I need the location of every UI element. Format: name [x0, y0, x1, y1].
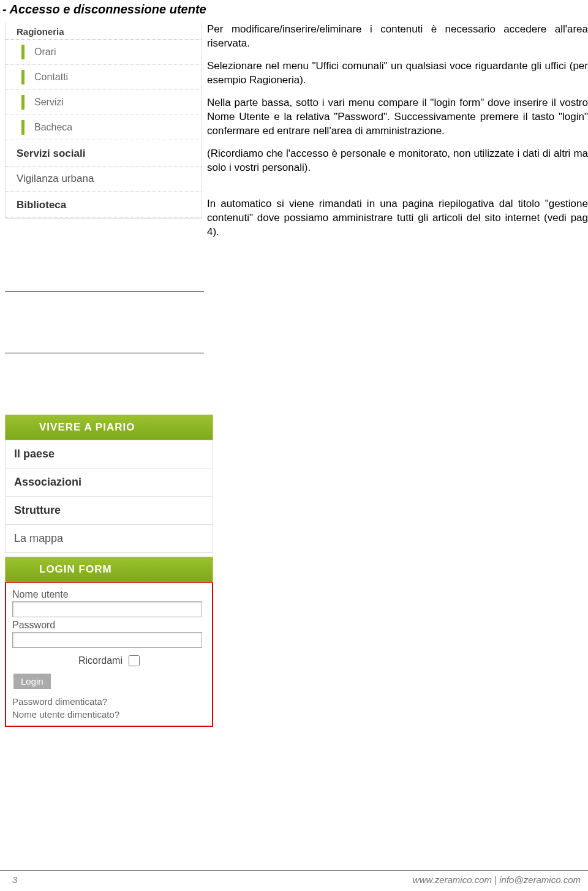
login-header: LOGIN FORM: [5, 557, 213, 582]
menu1-section-biblioteca[interactable]: Biblioteca: [6, 192, 202, 218]
menu2-item-paese[interactable]: Il paese: [5, 440, 213, 468]
remember-row: Ricordami: [12, 655, 206, 666]
login-button[interactable]: Login: [13, 674, 51, 689]
menu1-sub-label: Bacheca: [34, 122, 72, 133]
top-section: Ragioneria Orari Contatti Servizi Bachec…: [0, 23, 588, 248]
paragraph: (Ricordiamo che l'accesso è personale e …: [207, 147, 588, 175]
password-input[interactable]: [12, 632, 202, 648]
login-form: Nome utente Password Ricordami Login Pas…: [5, 582, 213, 727]
menu1-screenshot: Ragioneria Orari Contatti Servizi Bachec…: [0, 23, 202, 219]
remember-checkbox[interactable]: [129, 655, 140, 666]
menu1-sub-servizi[interactable]: Servizi: [6, 90, 202, 115]
paragraph: Selezionare nel menu "Uffici comunali" u…: [207, 59, 588, 88]
menu1-sub-label: Orari: [34, 47, 56, 58]
username-input[interactable]: [12, 601, 202, 617]
remember-label: Ricordami: [78, 655, 123, 666]
accent-bar-icon: [21, 95, 24, 110]
page-number: 3: [12, 874, 17, 885]
menu1-sub-bacheca[interactable]: Bacheca: [6, 115, 202, 140]
footer-right: www.zeramico.com | info@zeramico.com: [413, 874, 581, 885]
forgot-username-link[interactable]: Nome utente dimenticato?: [12, 708, 206, 721]
hr-icon: [5, 291, 204, 291]
menu2-item-mappa[interactable]: La mappa: [5, 525, 213, 553]
menu1-section-servizi-sociali[interactable]: Servizi sociali: [6, 140, 202, 167]
menu2-screenshot: VIVERE A PIARIO Il paese Associazioni St…: [5, 415, 213, 727]
accent-bar-icon: [21, 120, 24, 135]
page-footer: 3 www.zeramico.com | info@zeramico.com: [0, 870, 588, 885]
username-label: Nome utente: [12, 589, 206, 600]
instruction-text: Per modificare/inserire/eliminare i cont…: [202, 23, 588, 248]
menu1-sub-label: Contatti: [34, 72, 68, 83]
paragraph: In automatico si viene rimandati in una …: [207, 197, 588, 239]
menu2-item-strutture[interactable]: Strutture: [5, 497, 213, 525]
page-title: - Accesso e disconnessione utente: [0, 0, 588, 23]
menu2-item-associazioni[interactable]: Associazioni: [5, 468, 213, 497]
password-label: Password: [12, 620, 206, 631]
menu1-sub-label: Servizi: [34, 97, 64, 108]
menu1-item-vigilanza[interactable]: Vigilanza urbana: [6, 167, 202, 192]
vivere-header: VIVERE A PIARIO: [5, 415, 213, 440]
separator-lines: [5, 291, 204, 353]
menu1-sub-contatti[interactable]: Contatti: [6, 65, 202, 90]
login-links: Password dimenticata? Nome utente diment…: [12, 695, 206, 721]
menu1-sub-orari[interactable]: Orari: [6, 40, 202, 65]
accent-bar-icon: [21, 45, 24, 59]
paragraph: Per modificare/inserire/eliminare i cont…: [207, 23, 588, 51]
accent-bar-icon: [21, 70, 24, 85]
paragraph: Nella parte bassa, sotto i vari menu com…: [207, 96, 588, 138]
hr-icon: [5, 353, 204, 353]
forgot-password-link[interactable]: Password dimenticata?: [12, 695, 206, 708]
menu1-item-ragioneria[interactable]: Ragioneria: [6, 23, 202, 40]
